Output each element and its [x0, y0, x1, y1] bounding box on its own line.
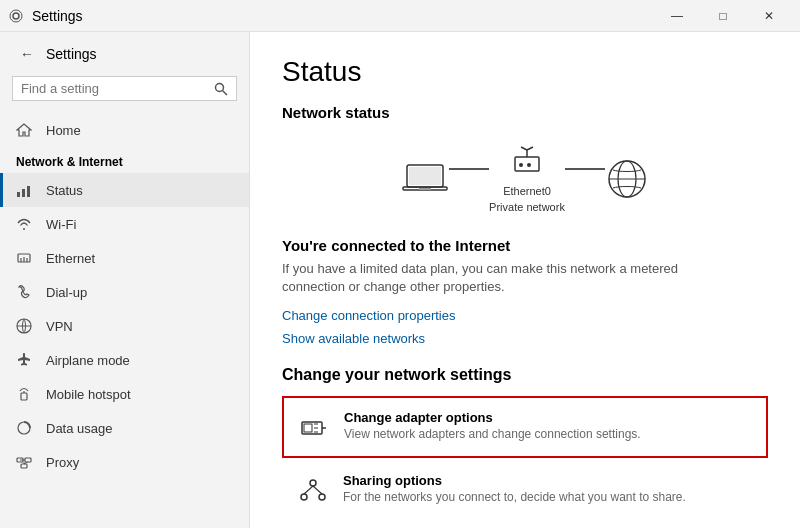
main-content: Status Network status — [250, 32, 800, 528]
page-title: Status — [282, 56, 768, 88]
diagram-label2: Private network — [489, 201, 565, 213]
search-box[interactable] — [12, 76, 237, 101]
adapter-desc: View network adapters and change connect… — [344, 427, 641, 441]
adapter-icon — [298, 412, 330, 444]
sidebar-item-label-dialup: Dial-up — [46, 285, 87, 300]
network-diagram: Ethernet0 Private network — [282, 137, 768, 221]
svg-rect-16 — [25, 458, 31, 462]
svg-point-0 — [13, 13, 19, 19]
router-icon-container: Ethernet0 Private network — [489, 145, 565, 213]
airplane-icon — [16, 352, 34, 368]
sharing-icon — [297, 475, 329, 507]
sidebar-item-label-status: Status — [46, 183, 83, 198]
proxy-icon — [16, 454, 34, 470]
settings-item-adapter[interactable]: Change adapter options View network adap… — [282, 396, 768, 458]
settings-app-icon — [8, 8, 24, 24]
svg-point-2 — [216, 83, 224, 91]
sidebar: ← Settings Home Network & Internet — [0, 32, 250, 528]
sidebar-item-label-wifi: Wi-Fi — [46, 217, 76, 232]
ethernet-icon — [16, 250, 34, 266]
sharing-text: Sharing options For the networks you con… — [343, 473, 686, 504]
svg-point-29 — [519, 163, 523, 167]
title-bar-title: Settings — [32, 8, 83, 24]
svg-rect-4 — [17, 192, 20, 197]
diagram-label1: Ethernet0 — [503, 185, 551, 197]
sidebar-item-label-datausage: Data usage — [46, 421, 113, 436]
status-icon — [16, 182, 34, 198]
vpn-icon — [16, 318, 34, 334]
router-icon — [509, 145, 545, 181]
title-bar-controls: — □ ✕ — [654, 0, 792, 32]
net-line-1 — [449, 168, 489, 170]
sidebar-item-datausage[interactable]: Data usage — [0, 411, 249, 445]
svg-line-28 — [527, 147, 533, 150]
sidebar-title: Settings — [46, 46, 97, 62]
sidebar-item-vpn[interactable]: VPN — [0, 309, 249, 343]
sidebar-item-airplane[interactable]: Airplane mode — [0, 343, 249, 377]
hotspot-icon — [16, 386, 34, 402]
svg-rect-25 — [515, 157, 539, 171]
sharing-desc: For the networks you connect to, decide … — [343, 490, 686, 504]
sidebar-item-proxy[interactable]: Proxy — [0, 445, 249, 479]
svg-rect-24 — [419, 188, 431, 190]
sharing-svg-icon — [299, 477, 327, 505]
sidebar-section-label: Network & Internet — [0, 147, 249, 173]
title-bar-left: Settings — [8, 8, 83, 24]
change-connection-link[interactable]: Change connection properties — [282, 308, 768, 323]
globe-icon-container — [605, 157, 649, 201]
sidebar-item-hotspot[interactable]: Mobile hotspot — [0, 377, 249, 411]
app-container: ← Settings Home Network & Internet — [0, 32, 800, 528]
back-button[interactable]: ← — [16, 44, 38, 64]
sidebar-item-label-hotspot: Mobile hotspot — [46, 387, 131, 402]
svg-rect-17 — [21, 464, 27, 468]
close-button[interactable]: ✕ — [746, 0, 792, 32]
sharing-title: Sharing options — [343, 473, 686, 488]
sidebar-item-label-ethernet: Ethernet — [46, 251, 95, 266]
laptop-icon — [401, 161, 449, 197]
sidebar-item-label-airplane: Airplane mode — [46, 353, 130, 368]
svg-rect-12 — [21, 393, 27, 400]
sidebar-item-wifi[interactable]: Wi-Fi — [0, 207, 249, 241]
sidebar-item-dialup[interactable]: Dial-up — [0, 275, 249, 309]
adapter-text: Change adapter options View network adap… — [344, 410, 641, 441]
globe-icon — [605, 157, 649, 201]
home-icon — [16, 122, 34, 138]
sidebar-item-ethernet[interactable]: Ethernet — [0, 241, 249, 275]
title-bar: Settings — □ ✕ — [0, 0, 800, 32]
sidebar-item-home[interactable]: Home — [0, 113, 249, 147]
show-networks-link[interactable]: Show available networks — [282, 331, 768, 346]
sidebar-item-label-vpn: VPN — [46, 319, 73, 334]
sidebar-item-label-home: Home — [46, 123, 81, 138]
connected-title: You're connected to the Internet — [282, 237, 768, 254]
sidebar-header: ← Settings — [0, 32, 249, 72]
net-line-2 — [565, 168, 605, 170]
svg-line-44 — [313, 486, 322, 494]
adapter-svg-icon — [300, 414, 328, 442]
svg-point-30 — [527, 163, 531, 167]
minimize-button[interactable]: — — [654, 0, 700, 32]
svg-rect-22 — [409, 167, 441, 185]
maximize-button[interactable]: □ — [700, 0, 746, 32]
svg-point-41 — [301, 494, 307, 500]
svg-line-27 — [521, 147, 527, 150]
settings-item-sharing[interactable]: Sharing options For the networks you con… — [282, 460, 768, 520]
svg-point-40 — [310, 480, 316, 486]
sidebar-item-status[interactable]: Status — [0, 173, 249, 207]
laptop-icon-container — [401, 161, 449, 197]
svg-rect-6 — [27, 186, 30, 197]
network-status-heading: Network status — [282, 104, 768, 121]
connected-desc: If you have a limited data plan, you can… — [282, 260, 722, 296]
svg-point-1 — [10, 10, 22, 22]
sidebar-item-label-proxy: Proxy — [46, 455, 79, 470]
change-settings-heading: Change your network settings — [282, 366, 768, 384]
svg-point-42 — [319, 494, 325, 500]
search-icon — [214, 82, 228, 96]
datausage-icon — [16, 420, 34, 436]
wifi-icon — [16, 216, 34, 232]
dialup-icon — [16, 284, 34, 300]
search-input[interactable] — [21, 81, 214, 96]
adapter-title: Change adapter options — [344, 410, 641, 425]
svg-line-3 — [223, 90, 228, 95]
svg-rect-5 — [22, 189, 25, 197]
settings-item-troubleshoot[interactable]: Network troubleshooter Diagnose and fix … — [282, 522, 768, 528]
